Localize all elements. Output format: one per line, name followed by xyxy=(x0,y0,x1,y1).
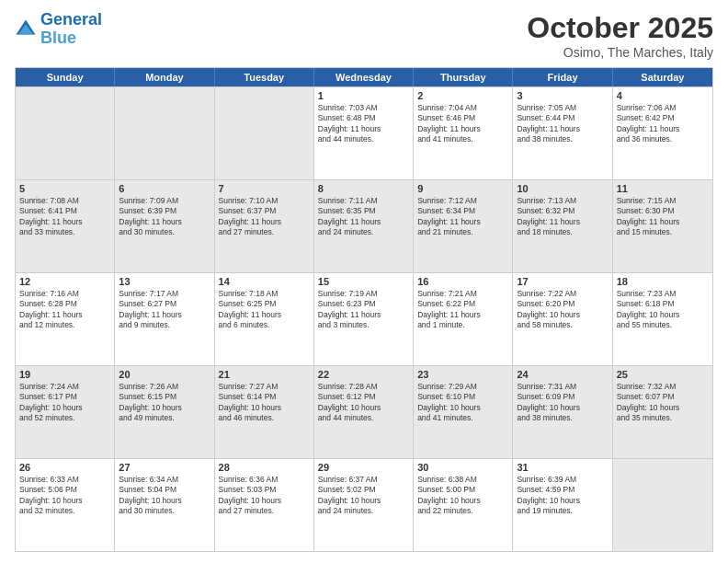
cell-info: Sunrise: 7:18 AM Sunset: 6:25 PM Dayligh… xyxy=(219,289,310,331)
cell-info: Sunrise: 7:29 AM Sunset: 6:10 PM Dayligh… xyxy=(417,382,508,424)
calendar-cell: 20Sunrise: 7:26 AM Sunset: 6:15 PM Dayli… xyxy=(115,366,214,458)
day-number: 12 xyxy=(19,276,110,287)
calendar-cell xyxy=(613,459,712,551)
calendar-cell: 13Sunrise: 7:17 AM Sunset: 6:27 PM Dayli… xyxy=(115,273,214,365)
calendar-cell: 26Sunrise: 6:33 AM Sunset: 5:06 PM Dayli… xyxy=(16,459,115,551)
cell-info: Sunrise: 7:24 AM Sunset: 6:17 PM Dayligh… xyxy=(19,382,110,424)
weekday-header: Tuesday xyxy=(215,68,314,86)
day-number: 21 xyxy=(219,369,310,380)
day-number: 24 xyxy=(517,369,608,380)
calendar-row: 19Sunrise: 7:24 AM Sunset: 6:17 PM Dayli… xyxy=(16,365,712,458)
day-number: 8 xyxy=(318,183,409,194)
cell-info: Sunrise: 7:04 AM Sunset: 6:46 PM Dayligh… xyxy=(417,103,508,145)
day-number: 27 xyxy=(119,462,210,473)
cell-info: Sunrise: 7:06 AM Sunset: 6:42 PM Dayligh… xyxy=(617,103,709,145)
calendar-row: 12Sunrise: 7:16 AM Sunset: 6:28 PM Dayli… xyxy=(16,272,712,365)
day-number: 4 xyxy=(617,90,709,101)
cell-info: Sunrise: 7:17 AM Sunset: 6:27 PM Dayligh… xyxy=(119,289,210,331)
calendar-cell: 9Sunrise: 7:12 AM Sunset: 6:34 PM Daylig… xyxy=(414,180,513,272)
calendar-cell xyxy=(16,87,115,179)
day-number: 29 xyxy=(318,462,409,473)
day-number: 30 xyxy=(417,462,508,473)
cell-info: Sunrise: 7:08 AM Sunset: 6:41 PM Dayligh… xyxy=(19,196,110,238)
weekday-header: Friday xyxy=(513,68,612,86)
calendar-cell: 30Sunrise: 6:38 AM Sunset: 5:00 PM Dayli… xyxy=(414,459,513,551)
calendar-cell: 4Sunrise: 7:06 AM Sunset: 6:42 PM Daylig… xyxy=(613,87,712,179)
calendar-cell: 16Sunrise: 7:21 AM Sunset: 6:22 PM Dayli… xyxy=(414,273,513,365)
cell-info: Sunrise: 7:11 AM Sunset: 6:35 PM Dayligh… xyxy=(318,196,409,238)
logo: GeneralBlue xyxy=(15,11,102,48)
day-number: 3 xyxy=(517,90,608,101)
day-number: 15 xyxy=(318,276,409,287)
weekday-header: Wednesday xyxy=(314,68,414,86)
cell-info: Sunrise: 6:33 AM Sunset: 5:06 PM Dayligh… xyxy=(19,475,110,517)
day-number: 18 xyxy=(617,276,709,287)
day-number: 2 xyxy=(417,90,508,101)
cell-info: Sunrise: 6:37 AM Sunset: 5:02 PM Dayligh… xyxy=(318,475,409,517)
day-number: 20 xyxy=(119,369,210,380)
day-number: 22 xyxy=(318,369,409,380)
calendar-cell: 31Sunrise: 6:39 AM Sunset: 4:59 PM Dayli… xyxy=(513,459,612,551)
calendar-cell: 28Sunrise: 6:36 AM Sunset: 5:03 PM Dayli… xyxy=(215,459,314,551)
calendar-cell: 14Sunrise: 7:18 AM Sunset: 6:25 PM Dayli… xyxy=(215,273,314,365)
calendar-body: 1Sunrise: 7:03 AM Sunset: 6:48 PM Daylig… xyxy=(16,86,712,551)
page-header: GeneralBlue October 2025 Osimo, The Marc… xyxy=(15,11,713,60)
calendar-cell: 18Sunrise: 7:23 AM Sunset: 6:18 PM Dayli… xyxy=(613,273,712,365)
weekday-header: Saturday xyxy=(613,68,712,86)
cell-info: Sunrise: 7:31 AM Sunset: 6:09 PM Dayligh… xyxy=(517,382,608,424)
day-number: 19 xyxy=(19,369,110,380)
location: Osimo, The Marches, Italy xyxy=(527,45,713,60)
cell-info: Sunrise: 7:26 AM Sunset: 6:15 PM Dayligh… xyxy=(119,382,210,424)
day-number: 13 xyxy=(119,276,210,287)
day-number: 31 xyxy=(517,462,608,473)
day-number: 16 xyxy=(417,276,508,287)
calendar-cell: 21Sunrise: 7:27 AM Sunset: 6:14 PM Dayli… xyxy=(215,366,314,458)
logo-text: GeneralBlue xyxy=(40,11,102,48)
day-number: 28 xyxy=(219,462,310,473)
logo-icon xyxy=(15,18,37,40)
day-number: 5 xyxy=(19,183,110,194)
cell-info: Sunrise: 7:16 AM Sunset: 6:28 PM Dayligh… xyxy=(19,289,110,331)
calendar-row: 1Sunrise: 7:03 AM Sunset: 6:48 PM Daylig… xyxy=(16,86,712,179)
calendar-cell: 7Sunrise: 7:10 AM Sunset: 6:37 PM Daylig… xyxy=(215,180,314,272)
calendar-cell: 1Sunrise: 7:03 AM Sunset: 6:48 PM Daylig… xyxy=(314,87,414,179)
cell-info: Sunrise: 7:23 AM Sunset: 6:18 PM Dayligh… xyxy=(617,289,709,331)
day-number: 23 xyxy=(417,369,508,380)
day-number: 17 xyxy=(517,276,608,287)
cell-info: Sunrise: 7:28 AM Sunset: 6:12 PM Dayligh… xyxy=(318,382,409,424)
calendar-cell: 24Sunrise: 7:31 AM Sunset: 6:09 PM Dayli… xyxy=(513,366,612,458)
calendar-cell: 25Sunrise: 7:32 AM Sunset: 6:07 PM Dayli… xyxy=(613,366,712,458)
calendar-cell: 10Sunrise: 7:13 AM Sunset: 6:32 PM Dayli… xyxy=(513,180,612,272)
cell-info: Sunrise: 7:03 AM Sunset: 6:48 PM Dayligh… xyxy=(318,103,409,145)
cell-info: Sunrise: 7:10 AM Sunset: 6:37 PM Dayligh… xyxy=(219,196,310,238)
day-number: 11 xyxy=(617,183,709,194)
calendar-cell: 11Sunrise: 7:15 AM Sunset: 6:30 PM Dayli… xyxy=(613,180,712,272)
cell-info: Sunrise: 7:05 AM Sunset: 6:44 PM Dayligh… xyxy=(517,103,608,145)
calendar-cell xyxy=(215,87,314,179)
cell-info: Sunrise: 7:12 AM Sunset: 6:34 PM Dayligh… xyxy=(417,196,508,238)
calendar-cell: 6Sunrise: 7:09 AM Sunset: 6:39 PM Daylig… xyxy=(115,180,214,272)
weekday-header: Sunday xyxy=(16,68,115,86)
calendar-cell: 29Sunrise: 6:37 AM Sunset: 5:02 PM Dayli… xyxy=(314,459,414,551)
day-number: 25 xyxy=(617,369,709,380)
calendar-cell: 23Sunrise: 7:29 AM Sunset: 6:10 PM Dayli… xyxy=(414,366,513,458)
calendar-cell xyxy=(115,87,214,179)
day-number: 26 xyxy=(19,462,110,473)
day-number: 9 xyxy=(417,183,508,194)
day-number: 7 xyxy=(219,183,310,194)
cell-info: Sunrise: 7:19 AM Sunset: 6:23 PM Dayligh… xyxy=(318,289,409,331)
calendar-cell: 27Sunrise: 6:34 AM Sunset: 5:04 PM Dayli… xyxy=(115,459,214,551)
calendar-cell: 17Sunrise: 7:22 AM Sunset: 6:20 PM Dayli… xyxy=(513,273,612,365)
cell-info: Sunrise: 7:13 AM Sunset: 6:32 PM Dayligh… xyxy=(517,196,608,238)
cell-info: Sunrise: 7:21 AM Sunset: 6:22 PM Dayligh… xyxy=(417,289,508,331)
day-number: 6 xyxy=(119,183,210,194)
month-title: October 2025 xyxy=(527,11,713,45)
calendar-cell: 5Sunrise: 7:08 AM Sunset: 6:41 PM Daylig… xyxy=(16,180,115,272)
cell-info: Sunrise: 7:22 AM Sunset: 6:20 PM Dayligh… xyxy=(517,289,608,331)
calendar: SundayMondayTuesdayWednesdayThursdayFrid… xyxy=(15,67,713,552)
cell-info: Sunrise: 6:36 AM Sunset: 5:03 PM Dayligh… xyxy=(219,475,310,517)
calendar-cell: 2Sunrise: 7:04 AM Sunset: 6:46 PM Daylig… xyxy=(414,87,513,179)
day-number: 1 xyxy=(318,90,409,101)
calendar-cell: 15Sunrise: 7:19 AM Sunset: 6:23 PM Dayli… xyxy=(314,273,414,365)
cell-info: Sunrise: 6:38 AM Sunset: 5:00 PM Dayligh… xyxy=(417,475,508,517)
